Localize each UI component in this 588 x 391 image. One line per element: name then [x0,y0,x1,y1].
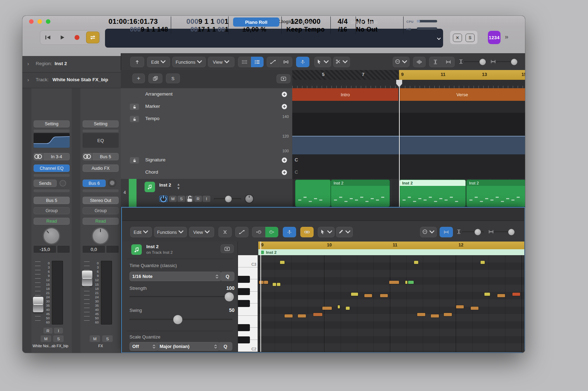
midi-note[interactable] [417,313,425,316]
lock-icon[interactable] [130,104,139,110]
strip1-sends-button[interactable]: Sends [34,180,57,187]
stereo-icon[interactable] [83,153,92,160]
strip2-mute-button[interactable]: M [90,335,100,342]
midi-note[interactable] [322,307,332,310]
marker-track-header[interactable]: Marker [121,101,292,113]
grid-view-icon[interactable] [238,57,251,67]
track-on-button[interactable] [159,196,168,202]
strip1-input-monitor[interactable]: I [54,328,63,334]
add-track-button[interactable]: + [132,74,145,83]
stereo-icon[interactable] [34,153,43,160]
more-chevrons[interactable]: » [505,33,509,41]
strip1-plugin-channel-eq[interactable]: Channel EQ [34,165,70,172]
arrangement-marker-verse[interactable]: Verse [399,88,525,101]
strip1-send-knob[interactable] [59,180,66,187]
horizontal-zoom-icon[interactable] [442,57,455,67]
midi-note[interactable] [512,293,520,296]
strip1-pan-knob[interactable] [44,228,59,244]
midi-region[interactable]: Inst 2 [331,180,390,207]
midi-note[interactable] [346,307,350,310]
play-button[interactable] [56,32,69,43]
catch-playhead-icon[interactable] [296,57,309,67]
midi-note[interactable] [414,261,418,264]
strip2-group-button[interactable]: Group [83,207,119,214]
lcd-chevron-down-icon[interactable] [437,35,441,38]
tracks-functions-menu[interactable]: Functions [172,57,206,67]
strength-slider[interactable] [130,296,232,298]
midi-note[interactable] [277,283,280,286]
chord-track-header[interactable]: Chord [121,166,292,180]
pr-view-menu[interactable]: View [189,227,214,237]
strip2-send-bus6[interactable]: Bus 6 [83,180,106,187]
piano-keys[interactable]: C3C2 [238,255,258,352]
disclosure-icon[interactable]: › [27,61,29,67]
strip2-automation-button[interactable]: Read [83,218,119,225]
black-key[interactable] [238,300,250,307]
tab-smart-tempo[interactable]: Smart Tempo [335,18,393,27]
track-inspector-row[interactable]: › Track: White Noise Stab FX_bip [22,72,121,88]
white-key[interactable]: C3 [238,255,258,267]
arrangement-track-header[interactable]: Arrangement [121,88,292,101]
collapse-mode-icon[interactable] [218,227,232,237]
black-key[interactable] [238,276,250,283]
midi-note[interactable] [484,293,490,296]
pr-open-window-icon[interactable] [220,244,234,253]
midi-region[interactable] [295,180,331,207]
pr-edit-menu[interactable]: Edit [130,227,152,237]
black-key[interactable] [238,336,250,343]
strip1-group-button[interactable]: Group [34,207,70,214]
strip1-solo-button[interactable]: S [53,335,64,342]
strip1-automation-button[interactable]: Read [34,218,70,225]
track-record-button[interactable]: R [194,196,202,202]
add-chord-icon[interactable] [281,169,287,175]
pr-playhead-line[interactable] [260,242,261,352]
lcd-cpu[interactable]: CPU HD [403,16,439,34]
track-input-monitor[interactable]: I [203,196,210,202]
clear-button[interactable]: ✕ [453,34,462,42]
open-library-icon[interactable] [276,74,290,83]
strip2-plugin-audio-fx[interactable]: Audio FX [83,165,119,172]
pr-pencil-tool[interactable] [336,227,353,237]
strip2-output-button[interactable]: Stereo Out [83,197,119,204]
midi-note[interactable] [389,281,399,284]
midi-note[interactable] [313,313,322,316]
strip2-pan-knob[interactable] [93,228,108,244]
midi-note[interactable] [380,294,388,297]
auto-zoom-icon[interactable] [440,227,453,237]
minimize-button[interactable] [37,19,42,24]
strip2-input-button[interactable]: Bus 5 [92,153,119,160]
strip2-fader[interactable] [82,271,92,286]
tempo-track-header[interactable]: Tempo 140120100 [121,113,292,155]
quantize-apply-button[interactable]: Q [220,272,234,281]
strip1-gain-slot[interactable] [34,130,70,132]
swing-thumb[interactable] [173,315,182,324]
black-key[interactable] [238,288,250,295]
signature-lane[interactable]: C [292,154,525,167]
midi-note[interactable] [408,281,414,284]
tab-score[interactable]: Score [281,18,332,27]
catch-playhead-icon[interactable] [283,227,296,237]
strip2-gain-slot[interactable] [83,130,119,132]
disclosure-icon[interactable]: › [27,77,29,83]
strip1-mute-button[interactable]: M [41,335,51,342]
strip1-send-slot[interactable] [34,189,70,192]
track-solo-button[interactable]: S [177,196,185,202]
midi-out-icon[interactable] [265,227,278,237]
tab-piano-roll[interactable]: Piano Roll [233,18,279,27]
midi-note[interactable] [338,305,340,308]
midi-in-icon[interactable] [252,227,265,237]
track-mute-button[interactable]: M [169,196,177,202]
more-options-button[interactable] [393,57,410,67]
midi-note[interactable] [456,305,464,308]
marker-lane[interactable] [292,101,525,113]
midi-note[interactable] [481,261,485,264]
black-key[interactable] [238,324,250,331]
track-volume-thumb[interactable] [225,196,232,202]
horizontal-zoom-thumb[interactable] [511,59,517,65]
track-icon[interactable] [145,182,155,192]
midi-note[interactable] [364,294,372,297]
midi-region[interactable]: Inst 2 [399,180,466,207]
strength-thumb[interactable] [225,292,234,301]
strip2-eq-slot[interactable]: EQ [83,133,119,148]
lcd-position[interactable]: 0009 1 1 001 0017 1 1 001 [171,16,229,34]
